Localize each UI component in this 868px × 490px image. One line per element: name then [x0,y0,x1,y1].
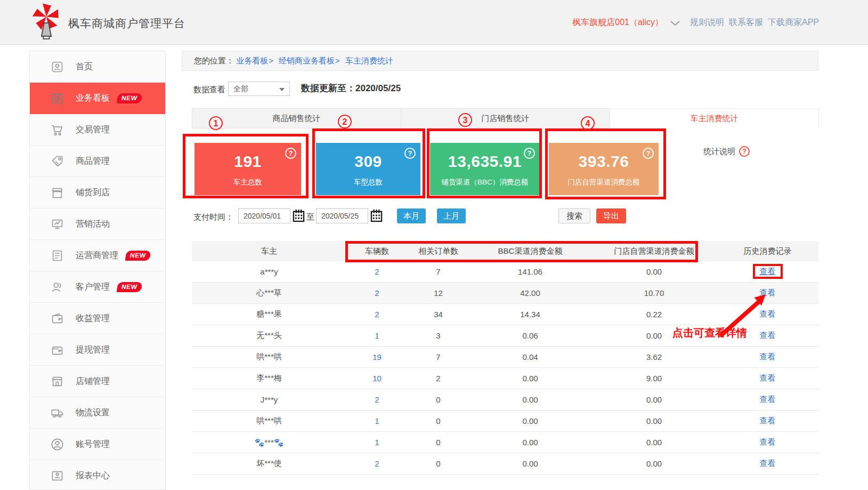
vehicle-count-link[interactable]: 10 [372,374,382,383]
vehicle-count-link[interactable]: 2 [375,310,379,319]
sidebar-item[interactable]: 店铺管理 [30,366,165,397]
calendar-icon[interactable] [293,209,305,222]
view-link[interactable]: 查看 [760,395,776,404]
sidebar-item[interactable]: 首页 [30,51,165,83]
orders-cell: 3 [408,331,469,340]
orders-cell: 0 [408,416,469,425]
sidebar-item-label: 铺货到店 [76,187,110,198]
stat-card-owner-total: 191 车主总数 ? [194,143,301,195]
annotation-number-3: 3 [458,113,472,127]
tab-store-sales[interactable]: 门店销售统计 [401,108,610,128]
breadcrumb-prefix: 您的位置： [194,56,234,65]
last-month-button[interactable]: 上月 [437,208,466,223]
vehicle-count-link[interactable]: 2 [375,395,379,404]
date-to-input[interactable]: 2020/05/25 [316,208,368,223]
vehicle-count-link[interactable]: 1 [375,331,379,340]
withdraw-icon [50,343,64,357]
vehicle-count-link[interactable]: 2 [375,288,379,298]
bbc-amount-cell: 0.00 [469,374,591,383]
sidebar-item[interactable]: 客户管理NEW [30,271,165,303]
vehicle-count-link[interactable]: 1 [375,416,379,425]
chevron-down-icon[interactable] [670,21,680,26]
sidebar-item-label: 商品管理 [76,156,110,167]
sidebar-item-label: 账号管理 [76,439,110,450]
sidebar-item-label: 交易管理 [76,124,110,135]
sidebar-item[interactable]: 业务看板NEW [30,83,165,114]
sidebar-item[interactable]: 铺货到店 [30,177,165,208]
sidebar-item[interactable]: 账号管理 [30,429,165,460]
header-link-rules[interactable]: 规则说明 [690,17,724,28]
owner-cell: 哄***哄 [192,352,346,362]
store-amount-cell: 0.00 [591,267,717,276]
logistics-icon [50,406,64,420]
table-header: 车主 车辆数 相关订单数 BBC渠道消费金额 门店自营渠道消费金额 历史消费记录 [192,241,818,261]
table-row: a***y27141.060.00查看 [192,261,818,283]
orders-cell: 7 [408,352,469,362]
sidebar-item[interactable]: 提现管理 [30,334,165,366]
this-month-button[interactable]: 本月 [397,208,426,223]
tab-product-sales[interactable]: 商品销售统计 [192,108,401,128]
sidebar-item[interactable]: 运营商管理NEW [30,240,165,271]
col-history: 历史消费记录 [717,246,818,256]
sidebar-item[interactable]: 营销活动 [30,208,165,240]
owner-cell: 李***梅 [192,373,346,383]
sidebar-item-label: 业务看板 [76,93,110,104]
help-icon[interactable]: ? [404,148,416,159]
header-right: 枫车旗舰店001（alicy） 规则说明 联系客服 下载商家APP [572,0,819,45]
view-link[interactable]: 查看 [760,373,776,382]
distribute-icon [50,186,64,200]
sidebar-item[interactable]: 收益管理 [30,303,165,334]
owner-cell: 心***草 [192,288,346,298]
operator-icon [50,248,64,263]
orders-cell: 2 [408,374,469,383]
sidebar-item[interactable]: 物流设置 [30,397,165,429]
data-updated-text: 数据更新至：2020/05/25 [301,82,401,94]
data-view-select[interactable]: 全部 [228,82,290,96]
owner-cell: 坏***使 [192,459,346,469]
vehicle-count-link[interactable]: 2 [375,459,379,468]
view-link[interactable]: 查看 [760,352,776,361]
store-amount-cell: 0.22 [591,310,717,319]
breadcrumb-link-owner-stats[interactable]: 车主消费统计 [345,56,393,65]
view-link[interactable]: 查看 [760,416,776,425]
help-icon[interactable]: ? [285,148,296,159]
store-amount-cell: 0.00 [591,438,717,447]
tag-icon [50,154,64,168]
home-icon [50,60,64,74]
view-link[interactable]: 查看 [760,437,776,446]
income-icon [50,311,64,326]
bbc-amount-cell: 0.00 [469,395,591,404]
view-link[interactable]: 查看 [753,264,783,279]
date-from-input[interactable]: 2020/05/01 [238,208,290,223]
breadcrumb-link-dealer[interactable]: 经销商业务看板 [279,56,335,65]
bbc-amount-cell: 14.34 [469,310,591,319]
vehicle-count-link[interactable]: 19 [372,352,382,362]
header-link-app[interactable]: 下载商家APP [768,17,819,28]
sidebar-item-label: 客户管理 [76,282,110,293]
breadcrumb-link-dashboard[interactable]: 业务看板 [236,56,268,65]
header-link-support[interactable]: 联系客服 [729,17,763,28]
annotation-number-2: 2 [338,115,352,128]
search-button[interactable]: 搜索 [558,208,590,223]
sidebar-item-label: 物流设置 [76,407,110,419]
vehicle-count-link[interactable]: 2 [375,267,379,276]
calendar-icon[interactable] [370,209,383,222]
col-bbc-amount: BBC渠道消费金额 [469,246,591,256]
store-name[interactable]: 枫车旗舰店001（alicy） [572,17,663,28]
vehicle-count-link[interactable]: 1 [375,438,379,447]
sidebar-item[interactable]: 交易管理 [30,114,165,146]
help-icon[interactable]: ? [643,148,654,159]
bbc-amount-cell: 141.06 [469,267,591,276]
export-button[interactable]: 导出 [596,208,626,223]
annotation-number-1: 1 [209,116,223,130]
help-icon[interactable]: ? [524,148,535,159]
sidebar-item[interactable]: 报表中心 [30,460,165,490]
tab-owner-consumption[interactable]: 车主消费统计 [610,108,819,128]
view-link[interactable]: 查看 [760,459,776,468]
store-amount-cell: 0.00 [591,395,717,404]
sidebar-item-label: 首页 [76,61,93,73]
orders-cell: 0 [408,438,469,447]
col-orders: 相关订单数 [408,246,469,256]
help-icon[interactable]: ? [739,146,750,157]
sidebar-item[interactable]: 商品管理 [30,146,165,177]
